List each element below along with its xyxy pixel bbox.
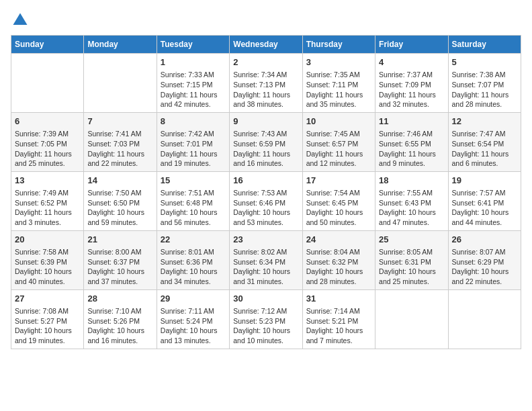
calendar-week-row: 6Sunrise: 7:39 AMSunset: 7:05 PMDaylight… [11, 112, 521, 171]
day-info: Sunrise: 7:14 AM [306, 306, 371, 316]
calendar-cell: 31Sunrise: 7:14 AMSunset: 5:21 PMDayligh… [302, 289, 375, 349]
calendar-cell: 28Sunrise: 7:10 AMSunset: 5:26 PMDayligh… [84, 289, 157, 349]
day-info: Daylight: 11 hours and 42 minutes. [161, 90, 226, 109]
calendar-cell: 19Sunrise: 7:57 AMSunset: 6:41 PMDayligh… [448, 171, 521, 230]
day-info: Sunrise: 7:35 AM [306, 70, 371, 80]
day-info: Sunset: 6:55 PM [379, 139, 444, 149]
calendar-cell: 24Sunrise: 8:04 AMSunset: 6:32 PMDayligh… [302, 230, 375, 289]
calendar-cell: 4Sunrise: 7:37 AMSunset: 7:09 PMDaylight… [375, 54, 448, 113]
day-info: Sunset: 6:41 PM [452, 198, 517, 208]
day-info: Sunset: 7:03 PM [87, 139, 152, 149]
day-number: 17 [306, 175, 371, 187]
day-info: Sunset: 7:11 PM [306, 80, 371, 90]
day-info: Sunrise: 8:00 AM [87, 247, 152, 257]
day-info: Sunset: 6:37 PM [87, 257, 152, 267]
day-info: Daylight: 10 hours and 22 minutes. [452, 267, 517, 286]
day-info: Daylight: 10 hours and 25 minutes. [379, 267, 444, 286]
day-info: Daylight: 11 hours and 16 minutes. [233, 149, 298, 169]
day-number: 7 [87, 116, 152, 128]
calendar-cell: 27Sunrise: 7:08 AMSunset: 5:27 PMDayligh… [11, 289, 84, 349]
day-info: Sunset: 5:27 PM [15, 316, 80, 326]
day-number: 13 [15, 175, 80, 187]
calendar-cell [448, 289, 521, 349]
day-info: Daylight: 11 hours and 25 minutes. [15, 149, 80, 169]
calendar-cell: 2Sunrise: 7:34 AMSunset: 7:13 PMDaylight… [230, 54, 302, 113]
calendar-cell: 21Sunrise: 8:00 AMSunset: 6:37 PMDayligh… [84, 230, 157, 289]
day-info: Daylight: 10 hours and 53 minutes. [233, 208, 298, 227]
day-info: Sunset: 7:05 PM [15, 139, 80, 149]
day-info: Sunrise: 7:55 AM [379, 188, 444, 198]
day-number: 24 [306, 234, 371, 246]
calendar-cell: 12Sunrise: 7:47 AMSunset: 6:54 PMDayligh… [448, 112, 521, 171]
day-info: Sunset: 6:29 PM [452, 257, 517, 267]
day-info: Sunrise: 7:43 AM [233, 129, 298, 139]
day-number: 15 [161, 175, 226, 187]
day-info: Daylight: 10 hours and 47 minutes. [379, 208, 444, 227]
calendar-week-row: 20Sunrise: 7:58 AMSunset: 6:39 PMDayligh… [11, 230, 521, 289]
day-info: Daylight: 10 hours and 37 minutes. [87, 267, 152, 286]
day-number: 28 [87, 293, 152, 305]
day-info: Daylight: 10 hours and 28 minutes. [306, 267, 371, 286]
day-info: Sunrise: 8:07 AM [452, 247, 517, 257]
day-info: Sunrise: 7:12 AM [233, 306, 298, 316]
day-number: 25 [379, 234, 444, 246]
day-info: Daylight: 10 hours and 56 minutes. [161, 208, 226, 227]
calendar-week-row: 27Sunrise: 7:08 AMSunset: 5:27 PMDayligh… [11, 289, 521, 349]
day-info: Daylight: 11 hours and 22 minutes. [87, 149, 152, 169]
svg-marker-0 [13, 13, 28, 26]
day-info: Sunrise: 7:37 AM [379, 70, 444, 80]
day-number: 22 [161, 234, 226, 246]
logo [11, 11, 32, 30]
calendar-cell [11, 54, 84, 113]
day-info: Sunrise: 7:38 AM [452, 70, 517, 80]
day-number: 11 [379, 116, 444, 128]
day-info: Sunrise: 8:01 AM [161, 247, 226, 257]
day-info: Sunrise: 8:04 AM [306, 247, 371, 257]
day-info: Daylight: 11 hours and 6 minutes. [452, 149, 517, 169]
day-number: 19 [452, 175, 517, 187]
calendar-cell: 29Sunrise: 7:11 AMSunset: 5:24 PMDayligh… [157, 289, 229, 349]
logo-icon [11, 11, 30, 30]
calendar-cell: 3Sunrise: 7:35 AMSunset: 7:11 PMDaylight… [302, 54, 375, 113]
day-info: Sunset: 6:59 PM [233, 139, 298, 149]
day-info: Sunset: 7:07 PM [452, 80, 517, 90]
day-number: 1 [161, 56, 226, 68]
day-number: 31 [306, 293, 371, 305]
day-number: 29 [161, 293, 226, 305]
calendar-cell: 10Sunrise: 7:45 AMSunset: 6:57 PMDayligh… [302, 112, 375, 171]
day-info: Daylight: 11 hours and 28 minutes. [452, 90, 517, 109]
calendar-cell: 7Sunrise: 7:41 AMSunset: 7:03 PMDaylight… [84, 112, 157, 171]
day-info: Sunrise: 7:42 AM [161, 129, 226, 139]
day-info: Sunset: 6:48 PM [161, 198, 226, 208]
col-header-wednesday: Wednesday [230, 36, 302, 54]
day-info: Sunrise: 7:33 AM [161, 70, 226, 80]
day-info: Sunrise: 7:51 AM [161, 188, 226, 198]
day-number: 23 [233, 234, 298, 246]
day-info: Daylight: 11 hours and 38 minutes. [233, 90, 298, 109]
day-number: 10 [306, 116, 371, 128]
day-number: 6 [15, 116, 80, 128]
day-info: Daylight: 11 hours and 9 minutes. [379, 149, 444, 169]
day-info: Daylight: 10 hours and 31 minutes. [233, 267, 298, 286]
day-number: 26 [452, 234, 517, 246]
day-info: Sunrise: 7:10 AM [87, 306, 152, 316]
calendar-cell: 13Sunrise: 7:49 AMSunset: 6:52 PMDayligh… [11, 171, 84, 230]
calendar-cell [84, 54, 157, 113]
day-info: Daylight: 11 hours and 3 minutes. [15, 208, 80, 227]
day-info: Daylight: 10 hours and 34 minutes. [161, 267, 226, 286]
calendar-cell: 17Sunrise: 7:54 AMSunset: 6:45 PMDayligh… [302, 171, 375, 230]
day-info: Daylight: 10 hours and 50 minutes. [306, 208, 371, 227]
day-info: Sunrise: 7:54 AM [306, 188, 371, 198]
calendar-cell: 30Sunrise: 7:12 AMSunset: 5:23 PMDayligh… [230, 289, 302, 349]
day-info: Daylight: 10 hours and 10 minutes. [233, 326, 298, 345]
day-info: Daylight: 10 hours and 40 minutes. [15, 267, 80, 286]
day-info: Daylight: 10 hours and 44 minutes. [452, 208, 517, 227]
col-header-sunday: Sunday [11, 36, 84, 54]
day-info: Sunset: 6:32 PM [306, 257, 371, 267]
day-info: Sunset: 7:01 PM [161, 139, 226, 149]
day-number: 16 [233, 175, 298, 187]
day-info: Sunrise: 8:02 AM [233, 247, 298, 257]
day-info: Sunset: 5:23 PM [233, 316, 298, 326]
calendar-cell: 16Sunrise: 7:53 AMSunset: 6:46 PMDayligh… [230, 171, 302, 230]
day-number: 21 [87, 234, 152, 246]
